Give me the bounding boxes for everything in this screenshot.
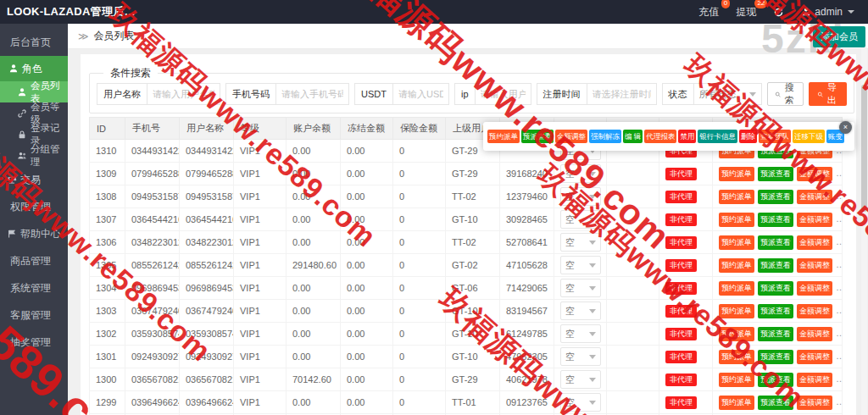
close-icon[interactable]: ×	[839, 121, 852, 134]
refresh-icon[interactable]	[773, 7, 784, 18]
amount-adjust-button[interactable]: 金额调整	[797, 373, 832, 387]
predispatch-view-button[interactable]: 预派查看	[758, 167, 793, 181]
more-actions[interactable]: …	[836, 282, 843, 292]
predispatch-view-button[interactable]: 预派查看	[758, 396, 793, 410]
sidebar-item-goods[interactable]: 商品管理	[0, 247, 68, 274]
bank-card-info-button[interactable]: 银行卡信息	[698, 130, 737, 144]
delete-button[interactable]: 删除	[739, 130, 757, 144]
phone-input[interactable]	[276, 83, 349, 105]
reserve-dispatch-button[interactable]: 预约派单	[719, 373, 754, 387]
sidebar-item-system[interactable]: 系统管理	[0, 274, 68, 302]
username-input[interactable]	[147, 83, 220, 105]
sidebar-item-member-list[interactable]: 会员列表	[0, 81, 68, 102]
amount-adjust-button[interactable]: 金额调整	[797, 167, 832, 181]
force-unfreeze-button[interactable]: 强制解冻	[589, 130, 621, 144]
more-actions[interactable]: …	[836, 191, 843, 201]
group-select[interactable]: 空	[560, 393, 601, 412]
reserve-dispatch-button[interactable]: 预约派单	[487, 130, 520, 144]
reserve-dispatch-button[interactable]: 预约派单	[719, 235, 754, 250]
agent-status-badge[interactable]: 非代理	[665, 374, 697, 386]
amount-adjust-button[interactable]: 金额调整	[797, 235, 832, 250]
agent-status-badge[interactable]: 非代理	[665, 328, 697, 340]
export-button[interactable]: 导出	[809, 82, 847, 106]
sidebar-item-member-level[interactable]: 会员等级	[0, 102, 68, 124]
amount-adjust-button[interactable]: 金额调整	[797, 258, 832, 273]
agent-status-badge[interactable]: 非代理	[665, 236, 697, 249]
group-select[interactable]: 空	[560, 187, 601, 206]
reserve-dispatch-button[interactable]: 预约派单	[719, 396, 754, 410]
agent-status-badge[interactable]: 非代理	[665, 305, 697, 318]
agent-status-badge[interactable]: 非代理	[665, 282, 697, 295]
vertical-scrollbar[interactable]	[861, 47, 867, 415]
group-select[interactable]: 空	[560, 256, 601, 274]
user-menu[interactable]: admin	[801, 6, 854, 18]
sidebar-item-role[interactable]: 角色	[0, 56, 68, 81]
more-actions[interactable]: …	[836, 374, 843, 384]
amount-adjust-button[interactable]: 金额调整	[797, 190, 832, 204]
agent-status-badge[interactable]: 非代理	[665, 351, 697, 363]
amount-adjust-button[interactable]: 金额调整	[797, 350, 832, 364]
more-actions[interactable]: …	[836, 168, 843, 178]
group-select[interactable]: 空	[560, 164, 601, 183]
group-select[interactable]: 空	[560, 279, 601, 297]
amount-adjust-button[interactable]: 金额调整	[555, 130, 587, 144]
more-actions[interactable]: …	[836, 305, 843, 315]
amount-adjust-button[interactable]: 金额调整	[797, 304, 832, 318]
agent-status-badge[interactable]: 非代理	[665, 168, 697, 180]
group-select[interactable]: 空	[560, 370, 601, 389]
withdraw-menu[interactable]: 提现 22	[736, 5, 756, 19]
agent-status-badge[interactable]: 非代理	[665, 213, 697, 226]
migrate-subordinate-button[interactable]: 迁移下级	[793, 130, 825, 144]
more-actions[interactable]: …	[836, 328, 843, 338]
sidebar-item-home[interactable]: 后台首页	[0, 29, 68, 56]
reserve-dispatch-button[interactable]: 预约派单	[719, 258, 754, 273]
more-actions[interactable]: …	[836, 259, 843, 269]
group-select[interactable]: 空	[560, 347, 601, 366]
group-select[interactable]: 空	[560, 233, 601, 252]
agent-report-button[interactable]: 代理报表	[644, 130, 676, 144]
ip-input[interactable]	[476, 83, 531, 105]
reserve-dispatch-button[interactable]: 预约派单	[719, 281, 754, 296]
group-select[interactable]: 空	[560, 302, 601, 320]
sidebar-item-customer-service[interactable]: 客服管理	[0, 302, 68, 329]
usdt-input[interactable]	[393, 83, 449, 105]
predispatch-view-button[interactable]: 预派查看	[758, 281, 793, 296]
more-actions[interactable]: …	[836, 236, 843, 246]
predispatch-view-button[interactable]: 预派查看	[758, 213, 793, 227]
amount-adjust-button[interactable]: 金额调整	[797, 213, 832, 227]
group-select[interactable]: 空	[560, 324, 601, 343]
add-member-button[interactable]: 添加会员	[813, 26, 865, 47]
more-actions[interactable]: …	[836, 351, 843, 361]
predispatch-view-button[interactable]: 预派查看	[758, 235, 793, 250]
more-actions[interactable]: …	[836, 213, 843, 224]
sidebar-item-help-center[interactable]: 帮助中心	[0, 220, 68, 247]
predispatch-view-button[interactable]: 预派查看	[758, 373, 793, 387]
agent-status-badge[interactable]: 非代理	[665, 396, 697, 409]
edit-button[interactable]: 编 辑	[623, 130, 643, 144]
agent-status-badge[interactable]: 非代理	[665, 259, 697, 272]
reserve-dispatch-button[interactable]: 预约派单	[719, 167, 754, 181]
reserve-dispatch-button[interactable]: 预约派单	[719, 190, 754, 204]
reserve-dispatch-button[interactable]: 预约派单	[719, 327, 754, 341]
status-select[interactable]: 所有状态	[694, 83, 762, 105]
predispatch-view-button[interactable]: 预派查看	[758, 190, 793, 204]
sidebar-item-lottery[interactable]: 抽奖管理	[0, 329, 68, 356]
view-team-button[interactable]: 查看团队	[759, 130, 791, 144]
reserve-dispatch-button[interactable]: 预约派单	[719, 304, 754, 318]
group-select[interactable]: 空	[560, 210, 601, 229]
sidebar-item-login-records[interactable]: 登录记录	[0, 124, 68, 145]
sidebar-item-trade[interactable]: 交易	[0, 166, 68, 193]
sidebar-item-permission[interactable]: 权限管理	[0, 193, 68, 220]
predispatch-view-button[interactable]: 预派查看	[521, 130, 554, 144]
amount-adjust-button[interactable]: 金额调整	[797, 281, 832, 296]
agent-status-badge[interactable]: 非代理	[665, 191, 697, 203]
predispatch-view-button[interactable]: 预派查看	[758, 304, 793, 318]
amount-adjust-button[interactable]: 金额调整	[797, 396, 832, 410]
search-button[interactable]: 搜索	[767, 82, 804, 106]
scrollbar-thumb[interactable]	[861, 85, 867, 212]
more-actions[interactable]: …	[836, 396, 843, 407]
predispatch-view-button[interactable]: 预派查看	[758, 350, 793, 364]
regtime-input[interactable]	[587, 83, 657, 105]
predispatch-view-button[interactable]: 预派查看	[758, 327, 793, 341]
reserve-dispatch-button[interactable]: 预约派单	[719, 350, 754, 364]
